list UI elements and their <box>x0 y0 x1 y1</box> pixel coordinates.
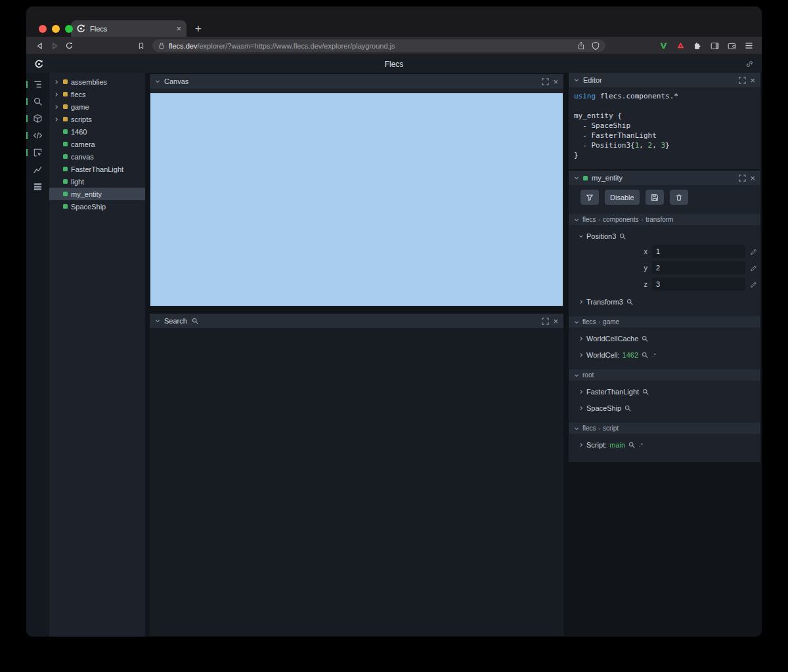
inspector-item-WorldCell[interactable]: WorldCell:1462.* <box>569 349 760 360</box>
browser-tab[interactable]: Flecs × <box>71 20 186 37</box>
menu-icon[interactable] <box>743 42 755 49</box>
expand-panel-icon[interactable] <box>542 318 549 325</box>
chevron-right-icon[interactable] <box>579 352 584 358</box>
rail-stats-chart-toggle[interactable] <box>26 164 49 175</box>
rail-tables-toggle[interactable] <box>26 181 49 192</box>
search-icon[interactable] <box>626 299 633 305</box>
forward-button-icon[interactable] <box>47 41 62 51</box>
tree-item-canvas[interactable]: canvas <box>49 150 145 163</box>
field-input-x[interactable]: 1 <box>652 245 745 258</box>
inspector-item-SpaceShip[interactable]: SpaceShip <box>569 402 760 413</box>
tree-item-label: light <box>71 178 84 186</box>
delete-button[interactable] <box>670 190 688 205</box>
search-icon[interactable] <box>628 442 635 448</box>
component-label: Position3 <box>586 232 616 240</box>
tree-item-SpaceShip[interactable]: SpaceShip <box>49 200 145 213</box>
editor-panel-header[interactable]: Editor × <box>569 73 760 87</box>
search-icon[interactable] <box>642 335 648 342</box>
rail-canvas-toggle[interactable] <box>26 113 49 124</box>
wallet-icon[interactable] <box>726 42 738 50</box>
rail-query-search-toggle[interactable] <box>26 96 49 107</box>
search-icon[interactable] <box>642 352 648 358</box>
tree-item-flecs[interactable]: flecs <box>49 88 145 100</box>
expand-panel-icon[interactable] <box>739 175 746 182</box>
inspector-item-Transform3[interactable]: Transform3 <box>569 296 760 307</box>
collapse-chevron-icon[interactable] <box>574 77 579 83</box>
inspector-toolbar: Disable <box>569 185 760 205</box>
tree-item-FasterThanLight[interactable]: FasterThanLight <box>49 163 145 175</box>
rail-entity-tree-toggle[interactable] <box>26 79 49 90</box>
close-panel-icon[interactable]: × <box>553 77 558 86</box>
chevron-right-icon[interactable] <box>579 336 584 341</box>
edit-pencil-icon[interactable] <box>750 264 757 272</box>
vimium-extension-icon[interactable] <box>657 41 670 50</box>
canvas-viewport[interactable] <box>150 93 563 306</box>
tree-item-light[interactable]: light <box>49 175 145 188</box>
share-icon[interactable] <box>577 41 585 50</box>
collapse-chevron-icon[interactable] <box>155 79 160 84</box>
inspector-item-WorldCellCache[interactable]: WorldCellCache <box>569 333 760 344</box>
search-icon[interactable] <box>642 388 649 395</box>
sidebar-toggle-icon[interactable] <box>709 42 721 50</box>
expand-panel-icon[interactable] <box>542 78 549 85</box>
edit-pencil-icon[interactable] <box>750 281 757 288</box>
search-icon[interactable] <box>624 405 631 411</box>
field-input-z[interactable]: 3 <box>652 278 745 291</box>
bookmark-icon[interactable] <box>134 42 148 50</box>
expand-panel-icon[interactable] <box>739 77 746 84</box>
section-path: flecs › script <box>582 425 619 432</box>
search-icon[interactable] <box>619 233 626 240</box>
chevron-down-icon[interactable] <box>579 234 584 239</box>
tab-close-icon[interactable]: × <box>176 24 181 33</box>
minimize-window-button[interactable] <box>52 25 60 33</box>
code-editor[interactable]: using flecs.components.* my_entity { - S… <box>569 87 760 164</box>
tree-item-1460[interactable]: 1460 <box>49 125 145 138</box>
close-panel-icon[interactable]: × <box>750 76 755 85</box>
collapse-chevron-icon[interactable] <box>574 175 579 180</box>
disable-button[interactable]: Disable <box>605 190 640 205</box>
expand-chevron-icon[interactable] <box>54 79 60 85</box>
collapse-chevron-icon[interactable] <box>155 318 160 324</box>
inspector-panel-header[interactable]: my_entity × <box>569 171 760 185</box>
new-tab-button[interactable]: + <box>195 23 202 34</box>
search-panel-header[interactable]: Search × <box>150 314 563 328</box>
close-window-button[interactable] <box>39 25 47 33</box>
inspector-section-header[interactable]: flecs › script <box>569 423 760 434</box>
reload-button-icon[interactable] <box>62 41 76 50</box>
edit-pencil-icon[interactable] <box>750 248 757 255</box>
save-button[interactable] <box>646 190 664 205</box>
tree-item-assemblies[interactable]: assemblies <box>49 75 145 88</box>
rail-inspector-toggle[interactable] <box>26 147 49 158</box>
extensions-icon[interactable] <box>691 41 704 50</box>
address-bar[interactable]: flecs.dev/explorer/?wasm=https://www.fle… <box>152 39 605 52</box>
inspector-item-FasterThanLight[interactable]: FasterThanLight <box>569 386 760 397</box>
back-button-icon[interactable] <box>33 41 47 51</box>
tree-item-scripts[interactable]: scripts <box>49 113 145 125</box>
zoom-window-button[interactable] <box>65 25 73 33</box>
search-icon <box>192 318 198 324</box>
field-input-y[interactable]: 2 <box>652 261 745 274</box>
tree-item-game[interactable]: game <box>49 100 145 113</box>
canvas-panel-header[interactable]: Canvas × <box>150 74 563 89</box>
inspector-section-header[interactable]: flecs › game <box>569 316 760 327</box>
brave-rewards-icon[interactable] <box>674 41 687 50</box>
rail-editor-toggle[interactable] <box>26 130 49 141</box>
chevron-right-icon[interactable] <box>579 442 584 448</box>
inspector-item-Script[interactable]: Script:main.* <box>569 439 760 450</box>
close-panel-icon[interactable]: × <box>750 174 755 182</box>
filter-button[interactable] <box>580 190 599 205</box>
chevron-right-icon[interactable] <box>579 299 584 304</box>
tree-item-camera[interactable]: camera <box>49 138 145 150</box>
chevron-right-icon[interactable] <box>579 389 584 394</box>
brave-shield-icon[interactable] <box>592 41 600 50</box>
expand-chevron-icon[interactable] <box>54 117 60 122</box>
inspector-item-Position3[interactable]: Position3 <box>569 230 760 242</box>
expand-chevron-icon[interactable] <box>54 92 60 97</box>
tree-item-my_entity[interactable]: my_entity <box>49 188 145 200</box>
inspector-section-header[interactable]: flecs › components › transform <box>569 214 760 225</box>
share-link-icon[interactable] <box>745 60 754 68</box>
inspector-section-header[interactable]: root <box>569 369 760 381</box>
chevron-right-icon[interactable] <box>579 406 584 411</box>
close-panel-icon[interactable]: × <box>553 317 558 326</box>
expand-chevron-icon[interactable] <box>54 104 60 110</box>
